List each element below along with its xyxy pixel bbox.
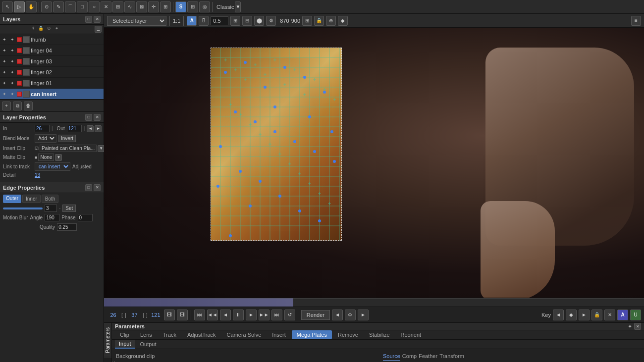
edge-props-close-btn[interactable]: ✕ xyxy=(94,184,101,191)
key-x-btn[interactable]: ✕ xyxy=(604,310,615,320)
delete-layer-btn[interactable]: 🗑 xyxy=(24,102,33,110)
angle-input[interactable] xyxy=(45,214,59,221)
play-fwd-btn[interactable]: ► xyxy=(246,310,257,320)
goto-start-btn[interactable]: ⏮ xyxy=(194,310,205,320)
layer-row-thumb[interactable]: ✦ ✦ thumb xyxy=(0,34,104,45)
key-next-btn[interactable]: ► xyxy=(579,310,590,320)
quality-input[interactable] xyxy=(57,223,77,231)
link-btn[interactable]: ⊞ xyxy=(112,1,123,12)
edge-props-float-btn[interactable]: □ xyxy=(85,184,92,191)
edge-offset-input[interactable] xyxy=(45,205,57,212)
layer-row-can-insert[interactable]: ✦ ✦ can insert xyxy=(0,89,104,100)
tab-clip[interactable]: Clip xyxy=(115,330,134,339)
tab-camerasolve[interactable]: Camera Solve xyxy=(222,330,267,339)
side-tab-dope-sheet[interactable]: Dope Sheet xyxy=(104,357,111,362)
play-fwd2-btn[interactable]: ► xyxy=(358,310,369,320)
vh-extra-btn[interactable]: ⊞ xyxy=(302,16,312,26)
key-add-btn[interactable]: ◆ xyxy=(566,310,577,320)
goto-end-btn[interactable]: ⏭ xyxy=(271,310,282,320)
out-input[interactable] xyxy=(67,125,82,132)
tab-insert[interactable]: Insert xyxy=(267,330,291,339)
vh-btn-b[interactable]: B xyxy=(199,16,209,26)
dots-btn[interactable]: ◎ xyxy=(199,1,210,12)
rect-btn[interactable]: □ xyxy=(77,1,88,12)
vh-color-btn[interactable]: ⬤ xyxy=(254,16,264,26)
layer-row-finger03[interactable]: ✦ ✦ finger 03 xyxy=(0,56,104,67)
vh-settings-btn[interactable]: ⚙ xyxy=(266,16,276,26)
ellipse-btn[interactable]: ○ xyxy=(89,1,100,12)
edge-offset-slider[interactable] xyxy=(3,207,43,209)
bezier-btn[interactable]: ⌒ xyxy=(65,1,76,12)
pan-tool-btn[interactable]: ✋ xyxy=(26,1,37,12)
key-u-btn[interactable]: U xyxy=(630,310,641,320)
clip-btn-2[interactable]: 🎞 xyxy=(177,310,188,320)
layers-extra-btn[interactable]: ☰ xyxy=(95,26,102,33)
side-tab-parameters[interactable]: Parameters xyxy=(104,323,111,357)
key-a-btn[interactable]: A xyxy=(617,310,628,320)
move-btn[interactable]: ✛ xyxy=(148,1,159,12)
subtab-output[interactable]: Output xyxy=(136,340,160,348)
preset-dropdown-btn[interactable]: ▼ xyxy=(235,1,241,12)
settings-btn[interactable]: ⚙ xyxy=(345,310,356,320)
create-point-btn[interactable]: ⊙ xyxy=(41,1,52,12)
layer-row-finger04[interactable]: ✦ ✦ finger 04 xyxy=(0,45,104,56)
tab-lens[interactable]: Lens xyxy=(135,330,157,339)
tab-reorient[interactable]: Reorient xyxy=(396,330,427,339)
step-fwd-btn[interactable]: ►► xyxy=(259,310,269,320)
layers-panel-close-btn[interactable]: ✕ xyxy=(94,16,101,23)
edge-tab-outer[interactable]: Outer xyxy=(3,195,21,203)
add-layer-btn[interactable]: + xyxy=(2,102,11,110)
phase-input[interactable] xyxy=(78,214,93,221)
play-back-btn[interactable]: ◄ xyxy=(220,310,231,320)
edge-set-btn[interactable]: Set xyxy=(62,205,76,212)
s-btn[interactable]: S xyxy=(175,1,186,12)
vh-menu-btn[interactable]: ≡ xyxy=(631,16,641,26)
matte-clip-dropdown-btn[interactable]: ▼ xyxy=(55,154,62,161)
vh-grid-btn[interactable]: ⊟ xyxy=(242,16,252,26)
tab-stabilize[interactable]: Stabilize xyxy=(364,330,395,339)
step-back-btn[interactable]: ◄◄ xyxy=(207,310,218,320)
insert-clip-value[interactable]: Painted can Clean Pla... xyxy=(40,145,97,152)
vh-lock-btn[interactable]: 🔒 xyxy=(314,16,324,26)
anchor-btn[interactable]: ⊞ xyxy=(160,1,171,12)
vh-more-btn[interactable]: ⊕ xyxy=(326,16,336,26)
pause-btn[interactable]: ⏸ xyxy=(233,310,244,320)
tab-track[interactable]: Track xyxy=(158,330,181,339)
in-goto-btn[interactable]: ◄ xyxy=(87,125,94,132)
params-close-btn[interactable]: ✕ xyxy=(634,323,641,330)
edge-minus-btn[interactable]: - xyxy=(59,206,60,211)
edge-tab-inner[interactable]: Inner xyxy=(22,195,41,203)
link-track-select[interactable]: can insert xyxy=(35,162,70,171)
duplicate-layer-btn[interactable]: ⧉ xyxy=(13,102,22,110)
detail-value[interactable]: 13 xyxy=(35,172,40,178)
tab-remove[interactable]: Remove xyxy=(333,330,363,339)
out-goto-btn[interactable]: ► xyxy=(95,125,102,132)
key-lock-btn[interactable]: 🔒 xyxy=(591,310,602,320)
comp-tab[interactable]: Comp xyxy=(402,353,417,361)
select-tool-btn[interactable]: ▷ xyxy=(14,1,25,12)
layers-panel-float-btn[interactable]: □ xyxy=(85,16,92,23)
subtab-input[interactable]: Input xyxy=(115,340,135,349)
edge-tab-both[interactable]: Both xyxy=(42,195,59,203)
layer-props-close-btn[interactable]: ✕ xyxy=(94,114,101,121)
feather-tab[interactable]: Feather xyxy=(419,353,437,361)
key-prev-btn[interactable]: ◄ xyxy=(553,310,564,320)
vh-btn-a[interactable]: A xyxy=(187,16,197,26)
tab-adjusttrack[interactable]: AdjustTrack xyxy=(182,330,221,339)
transform-tab[interactable]: Transform xyxy=(439,353,464,361)
render-btn[interactable]: Render xyxy=(301,310,330,320)
xspline-btn[interactable]: ✕ xyxy=(101,1,111,12)
layer-row-finger02[interactable]: ✦ ✦ finger 02 xyxy=(0,67,104,78)
draw-btn[interactable]: ✎ xyxy=(53,1,64,12)
matte-clip-value[interactable]: None xyxy=(38,154,54,161)
vh-zoom-btn[interactable]: ⊞ xyxy=(230,16,240,26)
blend-mode-select[interactable]: Add xyxy=(35,134,56,143)
invert-btn[interactable]: Invert xyxy=(58,135,76,142)
zoom-value-input[interactable] xyxy=(211,16,228,25)
arrow-tool-btn[interactable]: ↖ xyxy=(2,1,13,12)
layer-row-finger01[interactable]: ✦ ✦ finger 01 xyxy=(0,78,104,89)
source-tab[interactable]: Source xyxy=(383,353,400,361)
play-back2-btn[interactable]: ◄ xyxy=(332,310,343,320)
vh-marker-btn[interactable]: ◆ xyxy=(338,16,348,26)
magnet-btn[interactable]: ∿ xyxy=(124,1,135,12)
